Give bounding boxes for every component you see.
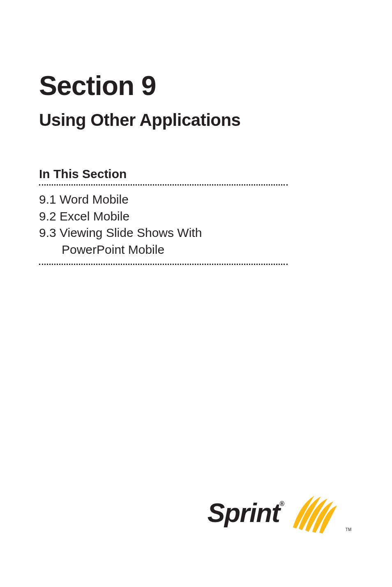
trademark: TM [346,527,351,532]
toc-list: 9.1 Word Mobile 9.2 Excel Mobile 9.3 Vie… [39,191,353,258]
section-number: Section 9 [39,70,353,101]
sprint-logo-text: Sprint® [208,498,284,528]
in-this-section-header: In This Section [39,167,353,181]
sprint-logo: Sprint® TM [205,492,353,534]
toc-item: 9.1 Word Mobile [39,191,353,208]
toc-item: 9.2 Excel Mobile [39,208,353,225]
sprint-fan-icon [290,492,339,534]
toc-item: 9.3 Viewing Slide Shows With [39,225,353,241]
section-title: Using Other Applications [39,110,353,130]
registered-mark: ® [280,500,284,507]
dotted-rule-bottom [39,264,288,265]
toc-item-continuation: PowerPoint Mobile [39,241,353,258]
brand-name: Sprint [208,498,280,528]
dotted-rule-top [39,184,288,186]
